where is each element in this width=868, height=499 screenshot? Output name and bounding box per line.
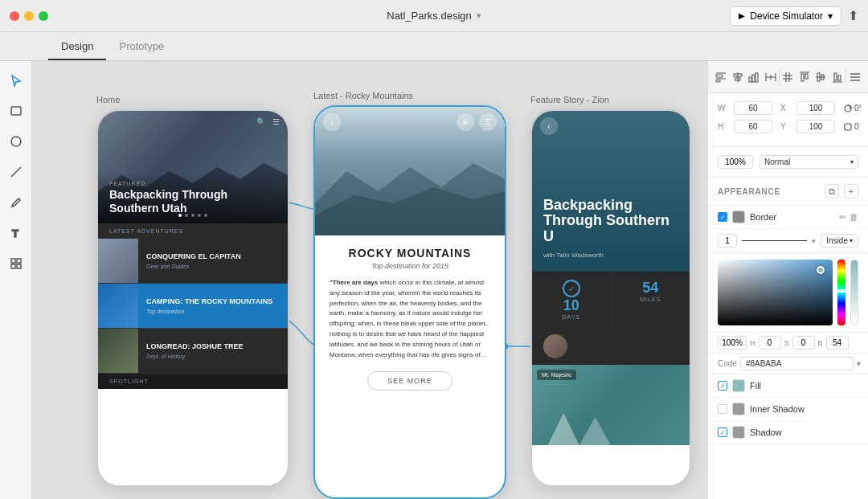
grid-icon[interactable]	[780, 69, 796, 85]
color-saturation-gradient[interactable]	[718, 260, 833, 325]
rotate-icon	[843, 104, 853, 113]
minimize-button[interactable]	[24, 11, 34, 21]
phone1-spotlight: SPOTLIGHT	[98, 374, 288, 389]
color-cursor[interactable]	[817, 266, 825, 274]
title-dropdown-icon[interactable]: ▾	[477, 10, 481, 21]
phone3-stats: ✓ 10 DAYS 54 MILES	[532, 272, 690, 328]
corner-value: 0	[854, 122, 859, 131]
maximize-button[interactable]	[39, 11, 48, 21]
border-color-swatch[interactable]	[732, 211, 745, 223]
share-button[interactable]: ⬆	[848, 8, 858, 23]
phone2-menu-icon[interactable]: ☰	[479, 113, 497, 131]
copy-appearance-button[interactable]: ⧉	[825, 184, 839, 198]
close-button[interactable]	[10, 11, 19, 21]
color-gradient-area[interactable]	[718, 260, 833, 325]
appearance-header: APPEARANCE ⧉ +	[708, 178, 868, 206]
inner-shadow-color-swatch[interactable]	[732, 403, 745, 415]
tab-prototype[interactable]: Prototype	[106, 34, 177, 60]
layers-tool[interactable]	[6, 254, 26, 273]
fill-row: ✓ Fill	[708, 374, 868, 398]
fill-color-swatch[interactable]	[732, 379, 745, 392]
phone3-nav: ‹	[540, 117, 558, 135]
color-brightness-gradient	[718, 260, 833, 325]
canvas-area[interactable]: Home 🔍 ☰ FEATURED Backpacking Through So…	[32, 61, 707, 499]
phone2-nav-icons: ⊕ ☰	[457, 113, 497, 131]
opacity-percent-input[interactable]	[718, 336, 747, 350]
phone2-quote: "There are days which occur in this clim…	[330, 278, 490, 360]
align-left-icon[interactable]	[713, 69, 729, 85]
border-checkbox[interactable]: ✓	[718, 212, 727, 222]
phone3-back-button[interactable]: ‹	[540, 117, 558, 135]
svg-rect-23	[749, 77, 751, 82]
align-top-icon[interactable]	[796, 69, 813, 85]
dimensions-section: W X 0° H Y 0	[708, 93, 868, 147]
chart-icon[interactable]	[746, 69, 762, 85]
border-line-dropdown-icon[interactable]: ▾	[812, 237, 816, 245]
y-label: Y	[780, 122, 792, 131]
fill-checkbox[interactable]: ✓	[718, 381, 727, 391]
width-input[interactable]	[734, 101, 772, 115]
border-position-dropdown[interactable]: Inside ▾	[821, 234, 858, 247]
line-tool[interactable]	[6, 162, 26, 182]
align-middle-icon[interactable]	[813, 69, 829, 85]
border-actions: ✏ 🗑	[839, 212, 858, 223]
color-code-dropdown-icon[interactable]: ▾	[857, 359, 861, 368]
add-appearance-button[interactable]: +	[844, 184, 858, 198]
border-size-input[interactable]	[718, 234, 737, 247]
inner-shadow-checkbox[interactable]	[718, 404, 727, 414]
svg-text:T: T	[12, 227, 18, 239]
svg-rect-47	[845, 124, 851, 130]
svg-rect-42	[838, 76, 841, 80]
text-tool[interactable]: T	[6, 223, 26, 243]
phone1-menu-icon[interactable]: ☰	[272, 117, 280, 126]
height-input[interactable]	[734, 120, 772, 133]
title-right: ▶ Device Simulator ▾ ⬆	[730, 6, 858, 26]
border-position-caret: ▾	[850, 237, 853, 244]
phone1-dots	[178, 214, 207, 217]
more-options-icon[interactable]	[847, 69, 863, 85]
device-simulator-button[interactable]: ▶ Device Simulator ▾	[730, 6, 841, 26]
svg-rect-24	[752, 75, 755, 82]
phone2-search-icon[interactable]: ⊕	[457, 113, 474, 131]
shadow-color-swatch[interactable]	[732, 426, 745, 439]
color-code-input[interactable]	[740, 357, 854, 370]
phone1-list-item-3[interactable]: LONGREAD: JOSHUE TREE Dept. of History	[98, 329, 288, 374]
phone1-search-icon[interactable]: 🔍	[256, 117, 266, 126]
y-input[interactable]	[796, 120, 835, 133]
phone3-hero-title: Backpacking Through Southern U	[543, 198, 678, 245]
opacity-input[interactable]	[718, 155, 753, 169]
phone2-see-more-button[interactable]: SEE MORE	[367, 371, 452, 391]
rectangle-tool[interactable]	[6, 101, 26, 121]
cursor-tool[interactable]	[6, 71, 26, 90]
tab-bar: Design Prototype	[0, 32, 868, 61]
hue-input[interactable]	[759, 336, 781, 350]
shadow-checkbox[interactable]: ✓	[718, 427, 727, 437]
x-input[interactable]	[796, 101, 835, 115]
circle-tool[interactable]	[6, 132, 26, 151]
inner-shadow-label: Inner Shadow	[750, 404, 858, 414]
svg-point-1	[11, 137, 21, 146]
border-edit-icon[interactable]: ✏	[839, 212, 846, 223]
distribute-icon[interactable]	[763, 69, 779, 85]
phone1-list-item-2[interactable]: CAMPING: THE ROCKY MOUNTAINS Top destina…	[98, 284, 288, 329]
blend-mode-dropdown[interactable]: Normal ▾	[760, 155, 858, 169]
blend-dropdown-icon: ▾	[850, 158, 854, 166]
brightness-input[interactable]	[826, 336, 849, 350]
h-label-color: H	[750, 339, 755, 347]
play-icon: ▶	[739, 11, 745, 20]
phone2-back-button[interactable]: ‹	[323, 113, 341, 131]
border-settings: ▾ Inside ▾	[708, 229, 868, 253]
saturation-input[interactable]	[792, 336, 815, 350]
rotation-control: 0°	[843, 104, 862, 113]
align-bottom-icon[interactable]	[829, 69, 845, 85]
align-center-icon[interactable]	[730, 69, 746, 85]
border-delete-icon[interactable]: 🗑	[850, 212, 858, 223]
hue-bar[interactable]	[837, 260, 845, 325]
tab-design[interactable]: Design	[48, 34, 106, 60]
title-bar: Natl_Parks.design ▾ ▶ Device Simulator ▾…	[0, 0, 868, 32]
phone2-quote-strong: "There are days	[330, 279, 378, 286]
opacity-bar[interactable]	[850, 260, 858, 325]
width-height-row: W X 0°	[718, 101, 858, 115]
phone1-list-item-1[interactable]: CONQUERING EL CAPITAN Gear and Guides	[98, 239, 288, 284]
pen-tool[interactable]	[6, 193, 26, 212]
